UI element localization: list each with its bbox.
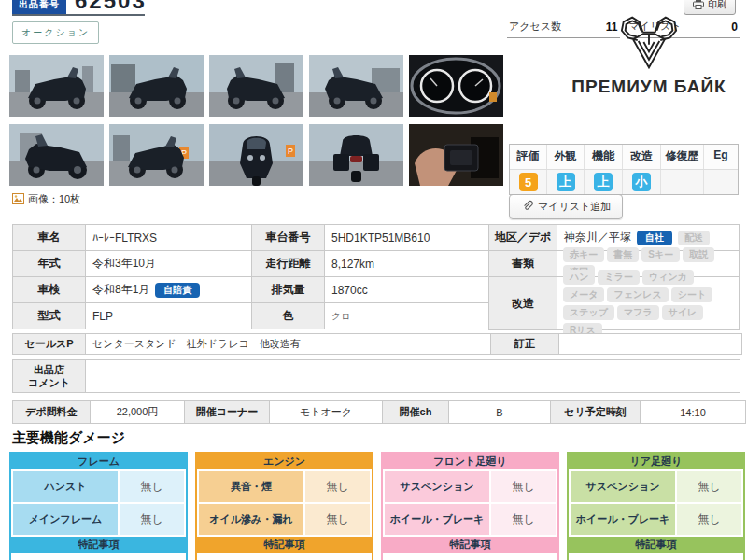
image-count: 画像：10枚 [12, 192, 80, 206]
damage-notes-header: 特記事項 [569, 537, 743, 553]
damage-item-label: 異音・煙 [199, 471, 303, 502]
color-value: クロ [325, 303, 488, 329]
damage-item-label: ハンスト [13, 471, 118, 502]
auction-time-label: セリ予定時刻 [551, 401, 640, 423]
vehicle-name-label: 車名 [13, 225, 85, 250]
photo-thumbnail[interactable]: P [109, 124, 204, 186]
photo-thumbnail-front[interactable]: P [209, 124, 303, 186]
print-button-label: 印刷 [708, 0, 726, 11]
liability-insurance-badge: 自賠責 [155, 283, 200, 298]
vehicle-name-value: ﾊｰﾚｰFLTRXS [86, 225, 251, 250]
sales-point-label: セールスP [13, 334, 85, 354]
print-button[interactable]: 印刷 [684, 0, 736, 15]
mileage-label: 走行距離 [252, 251, 324, 276]
schedule-row: デポ間料金 22,000円 開催コーナー モトオーク 開催ch B セリ予定時刻… [12, 400, 746, 424]
damage-notes-body [571, 554, 741, 560]
mod-badge: マフラ [617, 305, 659, 320]
displacement-label: 排気量 [252, 277, 324, 302]
sales-point-value: センタースタンド 社外ドラレコ 他改造有 [86, 334, 490, 354]
seller-comment-label-line2: コメント [28, 376, 70, 389]
modifications-label: 改造 [489, 277, 557, 329]
damage-item-label: ホイール・ブレーキ [385, 504, 489, 535]
mod-badge: ステップ [563, 305, 614, 320]
depot-fee-label: デポ間料金 [13, 401, 90, 423]
seller-comment-label: 出品店 コメント [13, 360, 85, 392]
documents-label: 書類 [489, 251, 557, 276]
inspection-date: 令和8年1月 [92, 282, 149, 298]
damage-item-label: オイル滲み・漏れ [199, 504, 303, 535]
photo-thumbnail-gauges[interactable] [409, 55, 503, 117]
displacement-value: 1870cc [325, 277, 488, 302]
damage-table-engine: エンジン 異音・煙 無し オイル滲み・漏れ 無し 特記事項 [195, 452, 374, 560]
photo-thumbnail-rear[interactable] [309, 124, 403, 186]
damage-item-value: 無し [677, 471, 741, 502]
mylist-count-label: マイリスト [629, 20, 682, 34]
photo-thumbnail[interactable] [309, 55, 403, 117]
vehicle-table: 車名 ﾊｰﾚｰFLTRXS 車台番号 5HD1KTP51MB610 年式 令和3… [12, 224, 489, 329]
svg-text:P: P [288, 147, 293, 156]
mylist-add-button[interactable]: マイリスト追加 [509, 194, 623, 219]
depot-label: 地区／デポ [489, 225, 557, 250]
eg-empty [704, 170, 738, 194]
image-count-label: 画像：10枚 [28, 192, 80, 206]
listing-number-label: 出品番号 [12, 0, 66, 14]
vin-label: 車台番号 [252, 225, 324, 250]
damage-notes-body [13, 554, 184, 560]
mod-badge: メータ [563, 287, 604, 302]
region-table: 地区／デポ 神奈川／平塚 自社 配送 書類 赤キー 書無 Sキー 取説 適同 改… [488, 224, 740, 330]
photo-thumbnail[interactable] [209, 55, 303, 117]
auction-type-button[interactable]: オークション [12, 21, 99, 44]
photo-thumbnail[interactable] [9, 55, 104, 117]
vin-value: 5HD1KTP51MB610 [325, 225, 488, 250]
evaluation-header-row: 評価 外観 機能 改造 修復歴 Eg [510, 145, 738, 169]
listing-number-value: 62503 [75, 0, 147, 12]
evaluation-table: 評価 外観 機能 改造 修復歴 Eg 5 上 上 小 [509, 144, 739, 195]
auction-time-value: 14:10 [641, 401, 745, 423]
damage-table-header: エンジン [197, 454, 372, 469]
channel-value: B [449, 401, 550, 423]
damage-item-value: 無し [305, 471, 370, 502]
damage-table-rear: リア足廻り サスペンション 無し ホイール・ブレーキ 無し 特記事項 [567, 452, 745, 560]
access-count-value: 11 [606, 21, 618, 34]
photo-grid: P P [9, 55, 504, 186]
corner-value: モトオーク [270, 401, 382, 423]
auction-listing-page: 出品番号 62503 印刷 オークション アクセス数 11 マイリスト 0 [0, 0, 747, 560]
printer-icon [693, 0, 704, 11]
color-label: 色 [252, 303, 324, 329]
stats-bar: アクセス数 11 マイリスト 0 [507, 20, 740, 38]
correction-label: 訂正 [491, 334, 558, 354]
mylist-add-label: マイリスト追加 [538, 200, 611, 214]
damage-item-value: 無し [677, 504, 741, 535]
mod-badge: フェンレス [607, 287, 668, 302]
damage-item-value: 無し [491, 504, 556, 535]
inspection-value: 令和8年1月 自賠責 [86, 277, 251, 302]
function-grade-badge: 上 [594, 173, 613, 191]
access-count: アクセス数 11 [507, 20, 620, 38]
damage-notes-header: 特記事項 [11, 537, 186, 553]
photo-thumbnail[interactable] [9, 124, 104, 186]
damage-item-label: サスペンション [571, 471, 675, 502]
delivery-badge: 配送 [678, 231, 710, 245]
damage-table-header: フレーム [11, 454, 186, 469]
photo-thumbnail-dashcam[interactable] [409, 124, 503, 186]
mod-badge: ウィンカ [642, 270, 694, 285]
eval-col-eg: Eg [704, 145, 738, 169]
seller-comment-value [86, 360, 740, 392]
photo-thumbnail[interactable] [109, 55, 204, 117]
mod-badge: ミラー [598, 270, 639, 285]
channel-label: 開催ch [383, 401, 448, 423]
header-underline [12, 14, 145, 16]
doc-badge: 取説 [683, 247, 714, 262]
depot-value: 神奈川／平塚 自社 配送 [557, 225, 739, 250]
brand-name: ПРЕМИУМ БАЙК [557, 77, 741, 97]
damage-tables: フレーム ハンスト 無し メインフレーム 無し 特記事項 エンジン 異音・煙 無… [9, 452, 747, 560]
correction-value [559, 334, 741, 354]
rating-badge: 5 [519, 173, 538, 191]
damage-item-value: 無し [491, 471, 556, 502]
eval-col-modification: 改造 [623, 145, 661, 169]
deer-emblem-icon [613, 58, 684, 74]
own-company-badge: 自社 [637, 231, 672, 245]
modification-grade-badge: 小 [632, 173, 651, 191]
modification-badges: ハン ミラー ウィンカ メータ フェンレス シート ステップ マフラ サイレ R… [557, 277, 739, 329]
damage-item-value: 無し [120, 471, 184, 502]
